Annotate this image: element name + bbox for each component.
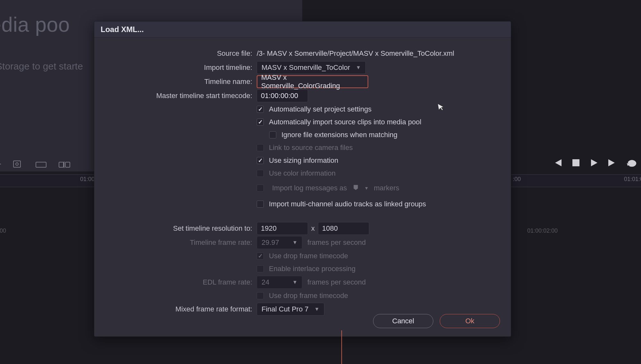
mixed-frame-rate-select[interactable]: Final Cut Pro 7 ▼ [257,303,324,316]
timeline-fps-value: 29.97 [262,238,279,247]
tool-insert-icon[interactable] [0,160,1,169]
master-tc-label: Master timeline start timecode: [104,92,257,100]
drop-frame-tc2-label: Use drop frame timecode [269,292,348,300]
ruler-tick: 01:01:0 [624,176,641,183]
drop-frame-tc-label: Use drop frame timecode [269,252,348,260]
link-camera-files-label: Link to source camera files [269,144,353,152]
auto-project-settings-label: Automatically set project settings [269,105,371,113]
editor-tool-row [0,160,72,169]
stop-button[interactable] [572,159,580,168]
ignore-extensions-label: Ignore file extensions when matching [281,131,397,139]
timeline-fps-label: Timeline frame rate: [104,238,257,247]
mixed-frame-rate-label: Mixed frame rate format: [104,305,257,313]
import-log-label-post: markers [374,184,399,192]
timeline-name-input[interactable]: MASV x Somerville_ColorGrading [257,75,368,88]
interlace-checkbox [257,265,264,272]
chevron-down-icon: ▼ [314,306,320,312]
drop-frame-tc-checkbox [257,252,264,260]
source-file-label: Source file: [104,49,257,58]
ruler-tick: :00 [0,228,6,234]
use-color-checkbox [257,170,264,177]
svg-rect-1 [13,161,21,167]
ok-button[interactable]: Ok [440,314,500,328]
svg-rect-3 [36,162,46,167]
ruler-tick: :00 [513,176,521,183]
tool-replace-icon[interactable] [35,160,47,169]
edl-fps-select: 24 ▼ [257,276,302,289]
marker-icon [350,184,359,192]
drop-frame-tc2-checkbox [257,292,264,299]
import-log-label-pre: Import log messages as [272,184,347,192]
chevron-down-icon: ▼ [292,279,297,285]
use-sizing-label: Use sizing information [269,156,338,165]
auto-project-settings-checkbox[interactable] [257,106,264,113]
bg-media-storage-text: edia Storage to get starte [0,61,83,72]
multi-channel-audio-checkbox[interactable] [257,201,264,208]
link-camera-files-checkbox [257,144,264,151]
svg-rect-5 [65,162,70,167]
chevron-down-icon: ▼ [362,186,371,191]
master-tc-input[interactable]: 01:00:00:00 [257,89,308,102]
play-button[interactable] [590,159,598,168]
fps-unit-text: frames per second [307,238,366,247]
interlace-label: Enable interlace processing [269,265,355,273]
use-sizing-checkbox[interactable] [257,157,264,164]
import-log-checkbox [257,185,264,192]
ignore-extensions-checkbox[interactable] [269,131,276,138]
ruler-tick: 01:00:02:00 [527,228,558,234]
timeline-playhead[interactable] [341,330,342,364]
import-timeline-value: MASV x Somerville_ToColor [262,63,350,72]
auto-import-clips-checkbox[interactable] [257,119,264,126]
timeline-name-label: Timeline name: [104,78,257,86]
auto-import-clips-label: Automatically import source clips into m… [269,118,421,126]
bg-media-pool-heading: n media poo [0,13,70,37]
transport-controls [553,159,638,168]
mixed-frame-rate-value: Final Cut Pro 7 [262,305,309,313]
ruler-tick: 01:00 [80,176,95,183]
tool-overwrite-icon[interactable] [12,160,24,169]
svg-point-2 [16,163,18,165]
timeline-fps-select: 29.97 ▼ [257,236,302,249]
chevron-down-icon: ▼ [292,240,297,245]
resolution-label: Set timeline resolution to: [104,224,257,233]
multi-channel-audio-label: Import multi-channel audio tracks as lin… [269,200,426,208]
resolution-width-input[interactable]: 1920 [257,222,308,235]
edl-fps-label: EDL frame rate: [104,278,257,286]
chevron-down-icon: ▼ [356,65,361,70]
svg-rect-4 [59,162,63,167]
import-timeline-label: Import timeline: [104,63,257,72]
resolution-height-input[interactable]: 1080 [318,222,369,235]
cancel-button[interactable]: Cancel [373,314,433,328]
next-clip-button[interactable] [608,159,617,168]
load-xml-dialog: Load XML... Source file: /3- MASV x Some… [94,21,511,337]
use-color-label: Use color information [269,169,336,178]
svg-rect-6 [572,159,579,166]
tool-fit-icon[interactable] [58,160,72,169]
resolution-x-separator: x [308,224,318,233]
source-file-path: /3- MASV x Somerville/Project/MASV x Som… [257,49,454,58]
import-timeline-select[interactable]: MASV x Somerville_ToColor ▼ [257,61,366,74]
dialog-title: Load XML... [94,21,511,37]
prev-clip-button[interactable] [553,159,562,168]
edl-fps-value: 24 [262,278,269,286]
loop-button[interactable] [627,159,638,168]
fps-unit-text: frames per second [307,278,366,286]
